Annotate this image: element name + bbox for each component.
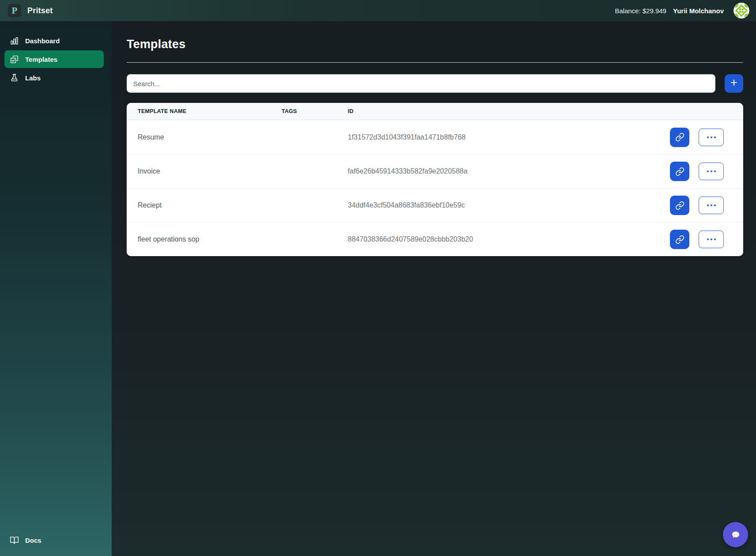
ellipsis-icon (707, 136, 709, 138)
column-header-tags: TAGS (282, 108, 348, 114)
copy-link-button[interactable] (670, 162, 689, 181)
table-row: fleet operations sop 8847038366d2407589e… (127, 222, 743, 256)
add-template-button[interactable]: + (725, 74, 743, 93)
user-name: Yurii Molchanov (673, 7, 724, 15)
link-icon (675, 167, 685, 176)
sidebar-item-label: Templates (25, 56, 57, 63)
ellipsis-icon (707, 170, 709, 172)
user-avatar[interactable] (733, 3, 749, 19)
link-icon (675, 132, 685, 142)
sidebar-item-templates[interactable]: Templates (4, 50, 104, 68)
table-body: Resume 1f31572d3d1043f391faa1471b8fb768 … (127, 120, 743, 256)
template-id-cell: 34ddf4e3cf504a8683fa836ebf10e59c (348, 201, 649, 209)
row-actions (649, 230, 743, 249)
search-row: + (127, 74, 743, 93)
bar-chart-icon (10, 36, 19, 45)
brand-name: Pritset (27, 6, 53, 15)
template-name-cell: Resume (138, 133, 282, 141)
row-actions (649, 162, 743, 181)
table-row: Reciept 34ddf4e3cf504a8683fa836ebf10e59c (127, 188, 743, 222)
main-content: Templates + TEMPLATE NAME TAGS ID Resume… (112, 21, 756, 556)
sidebar-footer: Docs (4, 531, 104, 549)
templates-table: TEMPLATE NAME TAGS ID Resume 1f31572d3d1… (127, 103, 743, 256)
book-open-icon (10, 536, 19, 545)
template-id-cell: 1f31572d3d1043f391faa1471b8fb768 (348, 133, 649, 141)
sidebar-item-label: Dashboard (25, 37, 60, 45)
ellipsis-icon (707, 238, 709, 240)
link-icon (675, 201, 685, 210)
balance-label: Balance: $29.949 (615, 7, 666, 15)
sidebar-item-label: Labs (25, 74, 41, 82)
logo-letter: P (12, 6, 18, 15)
sidebar-item-labs[interactable]: Labs (4, 69, 104, 87)
clipboard-check-icon (10, 55, 19, 64)
table-header: TEMPLATE NAME TAGS ID (127, 103, 743, 120)
sidebar-item-docs[interactable]: Docs (4, 531, 104, 549)
ellipsis-icon (707, 204, 709, 206)
row-actions (649, 128, 743, 147)
page-title: Templates (127, 38, 743, 51)
table-row: Resume 1f31572d3d1043f391faa1471b8fb768 (127, 120, 743, 154)
table-row: Invoice faf6e26b45914333b582fa9e2020588a (127, 154, 743, 188)
sidebar: Dashboard Templates Labs (0, 21, 112, 556)
column-header-template-name: TEMPLATE NAME (138, 108, 282, 114)
sidebar-item-label: Docs (25, 537, 41, 544)
chat-widget-button[interactable] (723, 522, 748, 547)
column-header-id: ID (348, 108, 649, 114)
row-more-button[interactable] (699, 231, 724, 248)
topbar: P Pritset Balance: $29.949 Yurii Molchan… (0, 0, 756, 21)
row-actions (649, 196, 743, 215)
title-divider (127, 62, 743, 63)
plus-icon: + (730, 77, 737, 89)
copy-link-button[interactable] (670, 230, 689, 249)
app-logo[interactable]: P (8, 4, 21, 17)
row-more-button[interactable] (699, 197, 724, 214)
copy-link-button[interactable] (670, 128, 689, 147)
copy-link-button[interactable] (670, 196, 689, 215)
template-id-cell: faf6e26b45914333b582fa9e2020588a (348, 167, 649, 175)
sidebar-item-dashboard[interactable]: Dashboard (4, 32, 104, 49)
row-more-button[interactable] (699, 163, 724, 180)
template-name-cell: Invoice (138, 167, 282, 175)
avatar-identicon-icon (733, 3, 749, 19)
search-input[interactable] (127, 74, 715, 93)
row-more-button[interactable] (699, 129, 724, 146)
template-name-cell: Reciept (138, 201, 282, 209)
chat-bubble-icon (730, 529, 741, 541)
template-name-cell: fleet operations sop (138, 235, 282, 243)
link-icon (675, 235, 685, 244)
flask-icon (10, 73, 19, 83)
template-id-cell: 8847038366d2407589e028cbbb203b20 (348, 235, 649, 243)
